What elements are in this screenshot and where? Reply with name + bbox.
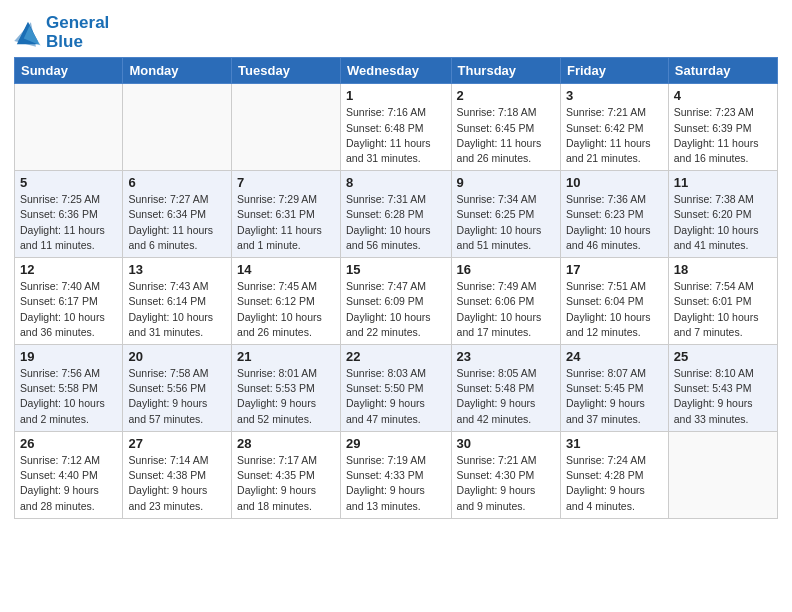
logo-icon bbox=[14, 19, 42, 47]
weekday-header-tuesday: Tuesday bbox=[232, 58, 341, 84]
weekday-header-saturday: Saturday bbox=[668, 58, 777, 84]
week-row-5: 26Sunrise: 7:12 AM Sunset: 4:40 PM Dayli… bbox=[15, 431, 778, 518]
calendar-cell: 2Sunrise: 7:18 AM Sunset: 6:45 PM Daylig… bbox=[451, 84, 560, 171]
day-number: 2 bbox=[457, 88, 555, 103]
day-info: Sunrise: 7:19 AM Sunset: 4:33 PM Dayligh… bbox=[346, 453, 446, 514]
calendar-cell: 10Sunrise: 7:36 AM Sunset: 6:23 PM Dayli… bbox=[560, 171, 668, 258]
day-number: 15 bbox=[346, 262, 446, 277]
day-info: Sunrise: 7:12 AM Sunset: 4:40 PM Dayligh… bbox=[20, 453, 117, 514]
day-info: Sunrise: 7:49 AM Sunset: 6:06 PM Dayligh… bbox=[457, 279, 555, 340]
calendar-cell: 20Sunrise: 7:58 AM Sunset: 5:56 PM Dayli… bbox=[123, 345, 232, 432]
day-info: Sunrise: 7:18 AM Sunset: 6:45 PM Dayligh… bbox=[457, 105, 555, 166]
day-number: 18 bbox=[674, 262, 772, 277]
day-info: Sunrise: 7:58 AM Sunset: 5:56 PM Dayligh… bbox=[128, 366, 226, 427]
day-number: 31 bbox=[566, 436, 663, 451]
calendar-cell: 4Sunrise: 7:23 AM Sunset: 6:39 PM Daylig… bbox=[668, 84, 777, 171]
calendar-cell: 8Sunrise: 7:31 AM Sunset: 6:28 PM Daylig… bbox=[340, 171, 451, 258]
week-row-1: 1Sunrise: 7:16 AM Sunset: 6:48 PM Daylig… bbox=[15, 84, 778, 171]
day-number: 8 bbox=[346, 175, 446, 190]
day-info: Sunrise: 7:23 AM Sunset: 6:39 PM Dayligh… bbox=[674, 105, 772, 166]
calendar-cell: 6Sunrise: 7:27 AM Sunset: 6:34 PM Daylig… bbox=[123, 171, 232, 258]
calendar-cell: 30Sunrise: 7:21 AM Sunset: 4:30 PM Dayli… bbox=[451, 431, 560, 518]
calendar-cell: 23Sunrise: 8:05 AM Sunset: 5:48 PM Dayli… bbox=[451, 345, 560, 432]
day-number: 3 bbox=[566, 88, 663, 103]
calendar-cell: 12Sunrise: 7:40 AM Sunset: 6:17 PM Dayli… bbox=[15, 258, 123, 345]
calendar-cell: 19Sunrise: 7:56 AM Sunset: 5:58 PM Dayli… bbox=[15, 345, 123, 432]
calendar-cell: 9Sunrise: 7:34 AM Sunset: 6:25 PM Daylig… bbox=[451, 171, 560, 258]
day-info: Sunrise: 7:36 AM Sunset: 6:23 PM Dayligh… bbox=[566, 192, 663, 253]
calendar-cell: 25Sunrise: 8:10 AM Sunset: 5:43 PM Dayli… bbox=[668, 345, 777, 432]
calendar-cell: 28Sunrise: 7:17 AM Sunset: 4:35 PM Dayli… bbox=[232, 431, 341, 518]
day-number: 23 bbox=[457, 349, 555, 364]
day-number: 17 bbox=[566, 262, 663, 277]
day-number: 19 bbox=[20, 349, 117, 364]
day-number: 25 bbox=[674, 349, 772, 364]
day-number: 5 bbox=[20, 175, 117, 190]
day-number: 29 bbox=[346, 436, 446, 451]
calendar-cell: 13Sunrise: 7:43 AM Sunset: 6:14 PM Dayli… bbox=[123, 258, 232, 345]
calendar-cell: 31Sunrise: 7:24 AM Sunset: 4:28 PM Dayli… bbox=[560, 431, 668, 518]
day-info: Sunrise: 7:43 AM Sunset: 6:14 PM Dayligh… bbox=[128, 279, 226, 340]
day-number: 30 bbox=[457, 436, 555, 451]
day-number: 9 bbox=[457, 175, 555, 190]
day-number: 11 bbox=[674, 175, 772, 190]
calendar-cell bbox=[123, 84, 232, 171]
day-number: 27 bbox=[128, 436, 226, 451]
day-number: 22 bbox=[346, 349, 446, 364]
calendar-cell: 7Sunrise: 7:29 AM Sunset: 6:31 PM Daylig… bbox=[232, 171, 341, 258]
day-info: Sunrise: 7:51 AM Sunset: 6:04 PM Dayligh… bbox=[566, 279, 663, 340]
calendar-cell: 26Sunrise: 7:12 AM Sunset: 4:40 PM Dayli… bbox=[15, 431, 123, 518]
calendar-cell: 18Sunrise: 7:54 AM Sunset: 6:01 PM Dayli… bbox=[668, 258, 777, 345]
day-info: Sunrise: 7:29 AM Sunset: 6:31 PM Dayligh… bbox=[237, 192, 335, 253]
day-info: Sunrise: 7:25 AM Sunset: 6:36 PM Dayligh… bbox=[20, 192, 117, 253]
day-info: Sunrise: 8:03 AM Sunset: 5:50 PM Dayligh… bbox=[346, 366, 446, 427]
week-row-4: 19Sunrise: 7:56 AM Sunset: 5:58 PM Dayli… bbox=[15, 345, 778, 432]
weekday-header-monday: Monday bbox=[123, 58, 232, 84]
week-row-3: 12Sunrise: 7:40 AM Sunset: 6:17 PM Dayli… bbox=[15, 258, 778, 345]
day-info: Sunrise: 8:07 AM Sunset: 5:45 PM Dayligh… bbox=[566, 366, 663, 427]
calendar-table: SundayMondayTuesdayWednesdayThursdayFrid… bbox=[14, 57, 778, 518]
day-number: 7 bbox=[237, 175, 335, 190]
weekday-header-friday: Friday bbox=[560, 58, 668, 84]
weekday-header-thursday: Thursday bbox=[451, 58, 560, 84]
page-header: General Blue bbox=[14, 10, 778, 51]
day-number: 21 bbox=[237, 349, 335, 364]
day-info: Sunrise: 8:05 AM Sunset: 5:48 PM Dayligh… bbox=[457, 366, 555, 427]
calendar-cell: 15Sunrise: 7:47 AM Sunset: 6:09 PM Dayli… bbox=[340, 258, 451, 345]
day-number: 12 bbox=[20, 262, 117, 277]
calendar-cell: 5Sunrise: 7:25 AM Sunset: 6:36 PM Daylig… bbox=[15, 171, 123, 258]
day-info: Sunrise: 7:54 AM Sunset: 6:01 PM Dayligh… bbox=[674, 279, 772, 340]
calendar-cell: 22Sunrise: 8:03 AM Sunset: 5:50 PM Dayli… bbox=[340, 345, 451, 432]
logo: General Blue bbox=[14, 14, 109, 51]
calendar-page: General Blue SundayMondayTuesdayWednesda… bbox=[0, 0, 792, 533]
day-info: Sunrise: 7:16 AM Sunset: 6:48 PM Dayligh… bbox=[346, 105, 446, 166]
day-info: Sunrise: 7:47 AM Sunset: 6:09 PM Dayligh… bbox=[346, 279, 446, 340]
day-number: 13 bbox=[128, 262, 226, 277]
day-info: Sunrise: 8:01 AM Sunset: 5:53 PM Dayligh… bbox=[237, 366, 335, 427]
day-number: 20 bbox=[128, 349, 226, 364]
calendar-cell: 1Sunrise: 7:16 AM Sunset: 6:48 PM Daylig… bbox=[340, 84, 451, 171]
calendar-cell: 11Sunrise: 7:38 AM Sunset: 6:20 PM Dayli… bbox=[668, 171, 777, 258]
day-number: 16 bbox=[457, 262, 555, 277]
week-row-2: 5Sunrise: 7:25 AM Sunset: 6:36 PM Daylig… bbox=[15, 171, 778, 258]
day-info: Sunrise: 7:40 AM Sunset: 6:17 PM Dayligh… bbox=[20, 279, 117, 340]
day-number: 6 bbox=[128, 175, 226, 190]
calendar-cell: 29Sunrise: 7:19 AM Sunset: 4:33 PM Dayli… bbox=[340, 431, 451, 518]
weekday-header-sunday: Sunday bbox=[15, 58, 123, 84]
day-info: Sunrise: 7:34 AM Sunset: 6:25 PM Dayligh… bbox=[457, 192, 555, 253]
day-number: 24 bbox=[566, 349, 663, 364]
day-info: Sunrise: 7:17 AM Sunset: 4:35 PM Dayligh… bbox=[237, 453, 335, 514]
day-info: Sunrise: 7:21 AM Sunset: 6:42 PM Dayligh… bbox=[566, 105, 663, 166]
day-number: 14 bbox=[237, 262, 335, 277]
weekday-header-wednesday: Wednesday bbox=[340, 58, 451, 84]
day-info: Sunrise: 7:56 AM Sunset: 5:58 PM Dayligh… bbox=[20, 366, 117, 427]
calendar-cell bbox=[232, 84, 341, 171]
calendar-cell bbox=[15, 84, 123, 171]
day-info: Sunrise: 7:38 AM Sunset: 6:20 PM Dayligh… bbox=[674, 192, 772, 253]
day-number: 4 bbox=[674, 88, 772, 103]
logo-text: General Blue bbox=[46, 14, 109, 51]
day-info: Sunrise: 7:27 AM Sunset: 6:34 PM Dayligh… bbox=[128, 192, 226, 253]
weekday-header-row: SundayMondayTuesdayWednesdayThursdayFrid… bbox=[15, 58, 778, 84]
day-info: Sunrise: 7:45 AM Sunset: 6:12 PM Dayligh… bbox=[237, 279, 335, 340]
day-number: 1 bbox=[346, 88, 446, 103]
